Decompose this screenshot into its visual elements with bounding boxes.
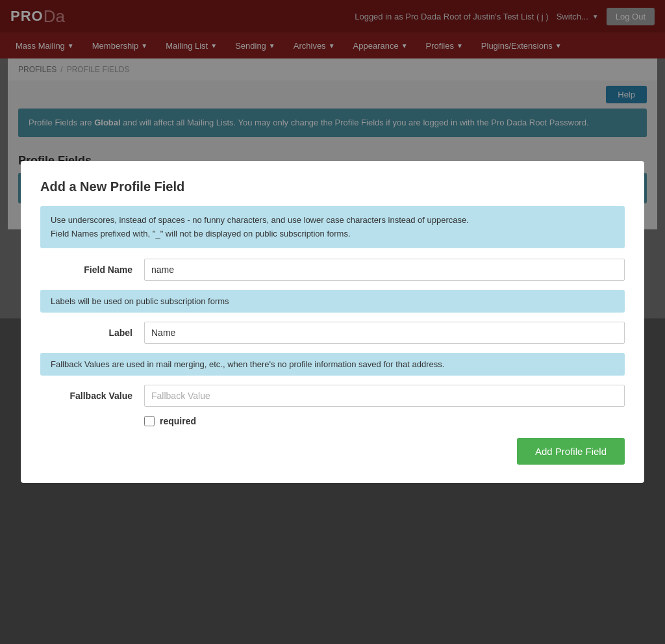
field-name-label: Field Name [40,264,144,275]
modal-hint-2: Labels will be used on public subscripti… [40,290,625,313]
modal-hint-1-line2: Field Names prefixed with, "_" will not … [51,227,614,241]
modal-hint-1: Use underscores, instead of spaces - no … [40,206,625,249]
field-name-input[interactable] [144,259,625,281]
field-name-row: Field Name [40,259,625,281]
add-profile-field-modal: Add a New Profile Field Use underscores,… [21,161,644,318]
modal-hint-1-line1: Use underscores, instead of spaces - no … [51,214,614,227]
modal-overlay: Add a New Profile Field Use underscores,… [0,0,665,318]
modal-title: Add a New Profile Field [40,179,625,194]
